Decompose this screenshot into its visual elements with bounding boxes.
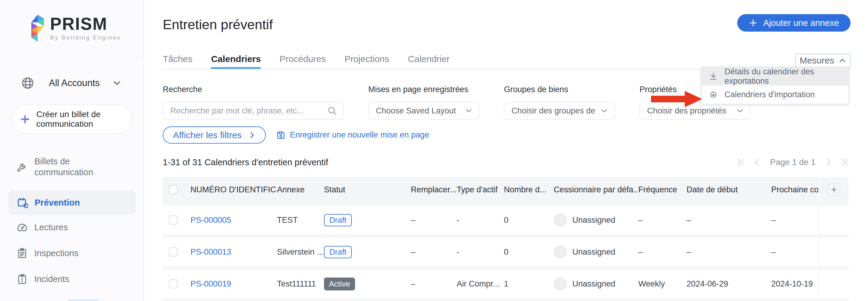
tab-bar: Tâches Calendriers Procédures Projection… [163,49,850,70]
prism-logo: PRISM By Building Engines [0,0,144,57]
prev-page-icon[interactable] [752,157,762,167]
saved-layout-label: Mises en page enregistrées [368,85,479,94]
add-annex-button[interactable]: Ajouter une annexe [737,14,850,32]
column-header-id[interactable]: NUMÉRO D'IDENTIFIC... [190,177,277,202]
next-occurrence-cell: – [771,238,818,266]
measures-dropdown-button[interactable]: Mesures [795,54,850,67]
row-divider [163,202,849,206]
row-checkbox[interactable] [169,247,178,257]
main-content: Entretien préventif Ajouter une annexe T… [144,0,868,301]
results-count: 1-31 of 31 Calendriers d'entretien préve… [163,158,328,167]
menu-item-label: Détails du calendrier des exportations [724,67,841,86]
column-header-annex[interactable]: Annexe [277,177,324,202]
chevron-right-icon [248,132,255,139]
alpha-badge: ALPHA [67,299,99,301]
column-header-start-date[interactable]: Date de début [687,177,771,202]
count-cell: 0 [504,238,554,266]
assignee-cell: Unassigned [572,247,615,257]
calendar-repeat-icon [17,197,28,208]
tab-projections[interactable]: Projections [344,54,389,69]
row-divider [163,298,849,301]
select-all-checkbox[interactable] [169,185,178,194]
search-icon [327,106,337,116]
menu-item-import-schedules[interactable]: Calendriers d'importation [702,86,848,104]
schedule-id-link[interactable]: PS-000005 [190,215,231,225]
column-header-frequency[interactable]: Fréquence [638,177,687,202]
show-filters-button[interactable]: Afficher les filtres [163,126,266,143]
plus-icon [20,114,30,125]
column-header-status[interactable]: Statut [324,177,411,202]
frequency-cell: – [638,238,687,266]
chevron-down-icon [464,106,473,115]
sidebar-item-label: Prévention [35,197,80,208]
start-date-cell: 2024-06-29 [687,270,771,298]
chevron-up-icon [838,57,846,64]
tab-calendriers[interactable]: Calendriers [211,54,261,69]
sidebar-item-label: Incidents [34,274,69,285]
create-communication-ticket-button[interactable]: Créer un billet de communication [12,105,132,134]
search-input[interactable] [170,106,327,115]
schedules-table: NUMÉRO D'IDENTIFIC... Annexe Statut Remp… [163,177,849,301]
asset-groups-select[interactable]: Choisir des groupes de [504,102,615,120]
count-cell: 1 [504,270,554,298]
search-label: Recherche [163,85,344,94]
tab-taches[interactable]: Tâches [163,54,192,69]
sidebar-nav: Billets de communication Prévention Lect… [0,151,144,301]
start-date-cell: – [687,238,771,266]
page-indicator: Page 1 de 1 [770,158,815,167]
column-header-count[interactable]: Nombre d... [504,177,554,202]
sidebar-item-label: Projets [34,300,61,301]
download-icon [709,72,718,81]
saved-layout-select[interactable]: Choose Saved Layout [368,102,479,120]
clipboard-alert-icon [17,274,28,285]
filter-actions: Afficher les filtres Enregistrer une nou… [163,126,429,143]
add-column-cell [818,177,849,202]
account-switcher[interactable]: All Accounts [0,76,144,90]
chevron-down-icon [600,106,609,115]
row-divider [163,266,849,270]
chevron-down-icon [113,78,121,88]
tab-procedures[interactable]: Procédures [279,54,326,69]
column-header-next-occurrence[interactable]: Prochaine cour [771,177,818,202]
table-row[interactable]: PS-000019 Test111111 Active – Air Compr.… [163,270,849,298]
row-checkbox[interactable] [169,279,178,288]
saved-layout-value: Choose Saved Layout [376,106,464,115]
first-page-icon[interactable] [737,157,747,167]
add-column-button[interactable] [828,183,840,196]
sidebar-item-incidents[interactable]: Incidents [0,266,144,292]
sidebar-item-lectures[interactable]: Lectures [0,214,144,240]
sidebar-item-projets[interactable]: Projets ALPHA [0,292,144,301]
schedule-id-link[interactable]: PS-000019 [190,279,231,289]
menu-item-export-schedule-details[interactable]: Détails du calendrier des exportations [702,67,848,86]
prism-logo-icon [28,9,47,47]
sidebar-item-prevention[interactable]: Prévention [9,191,135,214]
table-row[interactable]: PS-000013 Silverstein ... Draft – - 0 Un… [163,238,849,266]
plus-icon [749,19,758,27]
replace-cell: – [411,238,457,266]
filter-search: Recherche [163,85,344,120]
row-checkbox[interactable] [169,215,178,225]
schedule-id-link[interactable]: PS-000013 [190,247,231,257]
wrench-icon [17,161,28,172]
next-page-icon[interactable] [824,157,834,167]
gauge-icon [17,222,28,233]
annex-cell: Test111111 [277,270,324,298]
results-row: 1-31 of 31 Calendriers d'entretien préve… [163,157,849,167]
save-icon [276,130,286,140]
sidebar-item-inspections[interactable]: Inspections [0,240,144,266]
sidebar-item-label: Lectures [34,222,68,233]
upload-icon [709,90,718,99]
tab-calendrier[interactable]: Calendrier [408,54,450,69]
save-new-layout-link[interactable]: Enregistrer une nouvelle mise en page [276,130,429,140]
column-header-asset-type[interactable]: Type d'actif [457,177,504,202]
last-page-icon[interactable] [838,157,849,167]
avatar [554,245,567,259]
sidebar-item-billets-de-communication[interactable]: Billets de communication [0,151,144,182]
show-filters-label: Afficher les filtres [173,130,242,140]
column-header-replace[interactable]: Remplacer... [411,177,457,202]
column-header-assignee[interactable]: Cessionnaire par défa... [554,177,638,202]
frequency-cell: Weekly [638,270,687,298]
status-badge: Draft [324,246,352,258]
frequency-cell: – [638,206,687,234]
table-row[interactable]: PS-000005 TEST Draft – - 0 Unassigned – … [163,206,849,234]
